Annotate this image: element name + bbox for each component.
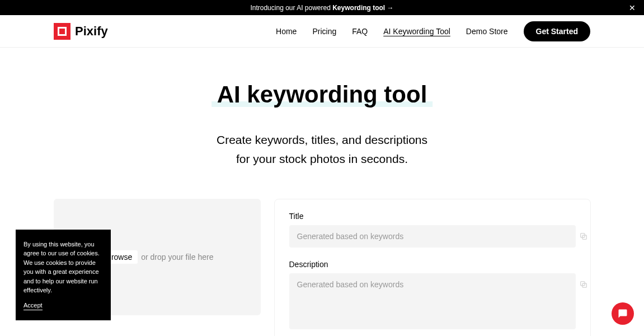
get-started-button[interactable]: Get Started xyxy=(524,21,590,41)
description-label: Description xyxy=(289,260,576,269)
main: AI keywording tool Create keywords, titl… xyxy=(43,48,602,336)
title-label: Title xyxy=(289,212,576,221)
nav-ai-tool[interactable]: AI Keywording Tool xyxy=(383,27,450,36)
description-input[interactable] xyxy=(289,273,576,329)
cookie-text: By using this website, you agree to our … xyxy=(23,240,103,295)
announcement-text: Introducing our AI powered Keywording to… xyxy=(250,4,393,12)
page-title: AI keywording tool xyxy=(217,81,427,108)
nav-demo[interactable]: Demo Store xyxy=(466,27,508,36)
logo-text: Pixify xyxy=(75,24,108,39)
nav-faq[interactable]: FAQ xyxy=(352,27,368,36)
nav: Home Pricing FAQ AI Keywording Tool Demo… xyxy=(276,21,590,41)
logo[interactable]: Pixify xyxy=(54,23,108,40)
cookie-accept-button[interactable]: Accept xyxy=(23,301,43,311)
results-panel: Title Description Keywords ? xyxy=(274,199,591,336)
announcement-bar[interactable]: Introducing our AI powered Keywording to… xyxy=(0,0,644,15)
panels: Browse or drop your file here Title Desc… xyxy=(54,199,591,336)
description-field-group: Description xyxy=(289,260,576,332)
header: Pixify Home Pricing FAQ AI Keywording To… xyxy=(0,15,644,48)
copy-icon[interactable] xyxy=(579,232,588,241)
cookie-banner: By using this website, you agree to our … xyxy=(16,230,111,321)
copy-icon[interactable] xyxy=(579,280,588,289)
title-field-group: Title xyxy=(289,212,576,248)
close-icon[interactable]: ✕ xyxy=(629,3,636,12)
chat-fab[interactable] xyxy=(612,302,634,325)
chat-icon xyxy=(618,309,628,319)
page-subtitle: Create keywords, titles, and description… xyxy=(54,130,591,168)
drop-hint: or drop your file here xyxy=(141,253,213,262)
nav-home[interactable]: Home xyxy=(276,27,297,36)
nav-pricing[interactable]: Pricing xyxy=(312,27,336,36)
logo-icon xyxy=(54,23,70,40)
title-input[interactable] xyxy=(289,225,576,248)
